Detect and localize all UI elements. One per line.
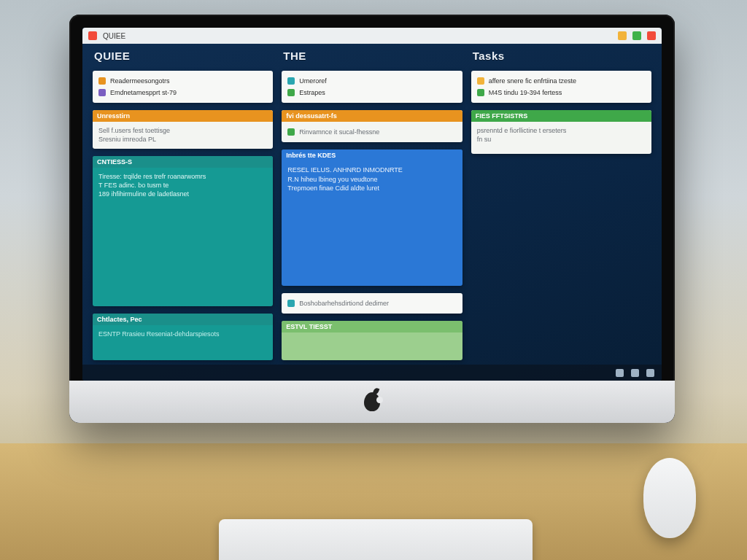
column-tasks: Tasks affere snere fic enfrtiina tzeste …	[471, 50, 651, 360]
card-line: Trepmoen finae Cdid aldte luret	[287, 184, 456, 192]
card-item-label: Umeroref	[299, 77, 327, 85]
status-icon[interactable]	[632, 31, 641, 40]
column-the: THE Umeroref Estrapes fvi dessusatrt-fs …	[282, 50, 462, 360]
card-line: fn su	[477, 135, 646, 144]
tag-icon	[98, 77, 106, 85]
card[interactable]: Inbrés tte KDES RESEL IELUS. ANHNRD INMO…	[282, 149, 462, 285]
card-line: T FES adinc. bo tusm te	[98, 181, 267, 190]
card-item-label: M4S tindu 19-394 fertess	[489, 88, 562, 97]
card[interactable]: Umeroref Estrapes	[282, 71, 462, 103]
card-line: Sresniu imreoda PL	[98, 135, 267, 144]
menubar[interactable]: QUIEE	[82, 28, 662, 44]
card[interactable]: Readermeesongotrs Emdnetamespprt st-79	[93, 71, 273, 103]
keyboard	[219, 519, 533, 560]
tag-icon	[287, 300, 295, 307]
tag-icon	[477, 77, 484, 85]
card-line: Tiresse: trqilde res trefr roanarwomrs	[98, 172, 267, 181]
column-title: Tasks	[473, 50, 651, 62]
card[interactable]: Chtlactes, Pec ESNTP Rrasieu Reseniat-de…	[93, 314, 273, 360]
desktop[interactable]: QUIEE QUIEE Readermeesongotrs Em	[82, 28, 662, 381]
card[interactable]: CNTIESS-S Tiresse: trqilde res trefr roa…	[93, 156, 273, 306]
card-header: fvi dessusatrt-fs	[282, 110, 462, 122]
card[interactable]: affere snere fic enfrtiina tzeste M4S ti…	[471, 71, 651, 103]
card-line: Boshobarhehsdirtiond dedimer	[299, 299, 389, 308]
status-icon[interactable]	[618, 31, 627, 40]
card-item-label: Readermeesongotrs	[110, 77, 170, 85]
card-line: ESNTP Rrasieu Reseniat-dehdarspiesots	[98, 330, 267, 338]
card[interactable]: Boshobarhehsdirtiond dedimer	[282, 293, 462, 314]
card[interactable]: FIES FFTSISTRS psrenntd e fiorllictine t…	[471, 110, 651, 154]
column-queue: QUIEE Readermeesongotrs Emdnetamespprt s…	[93, 50, 273, 360]
app-name: QUIEE	[103, 32, 125, 40]
tag-icon	[287, 89, 295, 96]
tag-icon	[98, 89, 106, 96]
scene: QUIEE QUIEE Readermeesongotrs Em	[0, 0, 747, 560]
card-header: Unresstirn	[93, 110, 273, 122]
tray-icon[interactable]	[631, 369, 639, 377]
card-line: Rinvamnce it sucal-fhessne	[299, 128, 379, 136]
card-header: ESTVL TIESST	[282, 321, 462, 332]
card-header: CNTIESS-S	[93, 156, 273, 168]
column-title: THE	[283, 50, 462, 62]
card-line: 189 ihfihirmuline de ladetlasnet	[98, 190, 267, 198]
monitor-chin	[69, 381, 675, 423]
card[interactable]: Unresstirn Sell f.users fest toettisge S…	[93, 110, 273, 148]
board-columns: QUIEE Readermeesongotrs Emdnetamespprt s…	[93, 50, 651, 360]
taskbar[interactable]	[82, 365, 662, 381]
card-item-label: Estrapes	[299, 88, 325, 97]
tray-icon[interactable]	[616, 369, 624, 377]
tray-icon[interactable]	[646, 369, 654, 377]
card-header: Chtlactes, Pec	[93, 314, 273, 325]
monitor: QUIEE QUIEE Readermeesongotrs Em	[69, 15, 675, 423]
card[interactable]: ESTVL TIESST	[282, 321, 462, 360]
close-icon[interactable]	[647, 31, 656, 40]
column-title: QUIEE	[94, 50, 273, 62]
tag-icon	[287, 77, 295, 85]
card-item-label: affere snere fic enfrtiina tzeste	[489, 77, 576, 85]
tag-icon	[287, 128, 295, 136]
traffic-light-close-icon[interactable]	[88, 31, 97, 40]
card-header: Inbrés tte KDES	[282, 149, 462, 161]
empty-space	[471, 161, 651, 360]
card-line: R.N hiheu lbineg you veudtone	[287, 175, 456, 184]
card-line: Sell f.users fest toettisge	[98, 126, 267, 135]
card-line: psrenntd e fiorllictine t erseters	[477, 126, 646, 135]
mouse	[643, 458, 696, 538]
apple-logo-icon	[364, 392, 380, 411]
card[interactable]: fvi dessusatrt-fs Rinvamnce it sucal-fhe…	[282, 110, 462, 142]
screen-bezel: QUIEE QUIEE Readermeesongotrs Em	[82, 28, 662, 381]
card-item-label: Emdnetamespprt st-79	[110, 88, 177, 97]
card-line: RESEL IELUS. ANHNRD INMODNRTE	[287, 166, 456, 174]
tag-icon	[477, 89, 484, 96]
card-header: FIES FFTSISTRS	[471, 110, 651, 122]
